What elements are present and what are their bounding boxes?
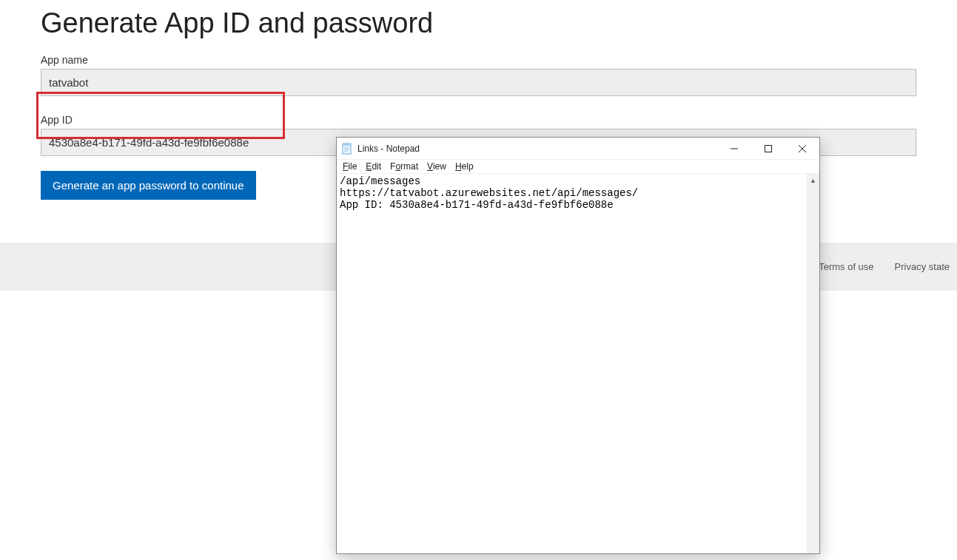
notepad-text-area[interactable]: /api/messages https://tatvabot.azurewebs… [337,174,807,553]
menu-file[interactable]: File [343,161,357,172]
page-title: Generate App ID and password [41,7,916,39]
generate-password-button[interactable]: Generate an app password to continue [41,171,256,200]
vertical-scrollbar[interactable]: ▲ [807,174,819,553]
close-button[interactable] [785,138,819,159]
svg-rect-7 [765,145,772,152]
window-controls [717,138,819,159]
app-id-label: App ID [41,114,916,126]
svg-rect-1 [343,144,351,146]
menu-view[interactable]: View [427,161,446,172]
notepad-titlebar[interactable]: Links - Notepad [337,138,819,160]
notepad-menubar: File Edit Format View Help [337,160,819,174]
minimize-button[interactable] [717,138,751,159]
menu-help[interactable]: Help [455,161,474,172]
notepad-icon [341,143,353,155]
notepad-body: /api/messages https://tatvabot.azurewebs… [337,174,819,553]
menu-edit[interactable]: Edit [366,161,381,172]
maximize-button[interactable] [751,138,785,159]
notepad-title: Links - Notepad [357,144,717,154]
app-name-field: App name [41,54,916,96]
footer-link-terms[interactable]: Terms of use [819,261,873,272]
notepad-window[interactable]: Links - Notepad File Edit Format View He… [336,137,820,554]
footer-link-privacy[interactable]: Privacy state [895,261,950,272]
app-name-input[interactable] [41,69,916,96]
scroll-up-icon[interactable]: ▲ [807,174,819,186]
app-name-label: App name [41,54,916,66]
menu-format[interactable]: Format [390,161,418,172]
